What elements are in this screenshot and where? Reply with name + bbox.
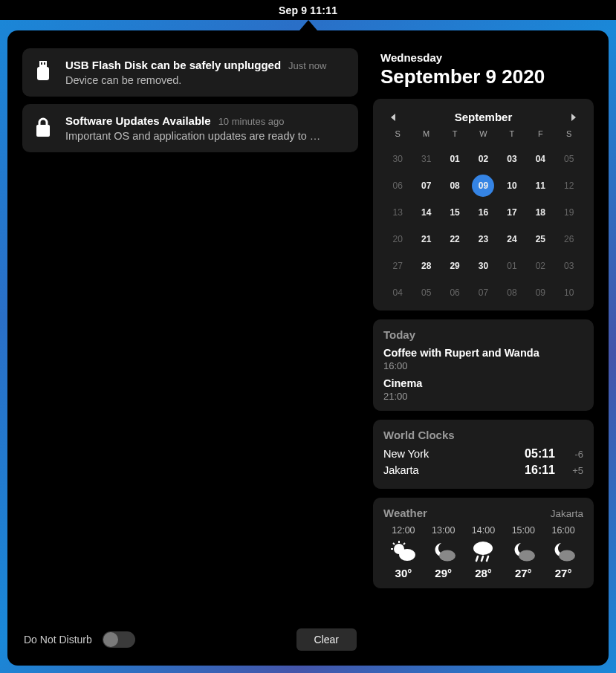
calendar-day[interactable]: 05	[412, 284, 440, 302]
world-clock-row: Jakarta16:11+5	[383, 464, 583, 477]
calendar-day[interactable]: 11	[526, 177, 554, 195]
date-heading: Wednesday September 9 2020	[373, 48, 594, 90]
calendar-day[interactable]: 09	[469, 177, 497, 195]
calendar-day[interactable]: 06	[383, 177, 412, 195]
clear-button[interactable]: Clear	[296, 628, 357, 651]
agenda-item-time: 21:00	[383, 391, 583, 402]
notification-time: 10 minutes ago	[218, 116, 285, 127]
weather-title: Weather	[383, 507, 427, 519]
calendar-day[interactable]: 21	[412, 230, 440, 248]
calendar-day[interactable]: 26	[555, 230, 583, 248]
calendar-day[interactable]: 09	[526, 284, 554, 302]
calendar-dow: S	[383, 129, 412, 141]
rain-icon	[470, 540, 496, 562]
calendar-day[interactable]: 19	[555, 204, 583, 221]
calendar-day[interactable]: 10	[555, 284, 583, 302]
calendar-day[interactable]: 30	[383, 150, 412, 168]
svg-line-13	[476, 556, 478, 561]
agenda-item-title: Coffee with Rupert and Wanda	[383, 347, 583, 359]
moon-cloud-icon	[431, 540, 456, 562]
calendar-day[interactable]: 25	[526, 230, 554, 248]
notification-time: Just now	[288, 60, 326, 71]
calendar-day[interactable]: 23	[469, 230, 497, 248]
weekday-label: Wednesday	[380, 51, 594, 64]
clock-city: New York	[383, 448, 525, 460]
calendar-dow: F	[526, 129, 554, 141]
toggle-knob-icon	[103, 632, 118, 647]
agenda-title: Today	[383, 328, 583, 341]
weather-hour: 13:0029°	[424, 525, 464, 579]
calendar-day[interactable]: 03	[555, 257, 583, 275]
weather-temp: 30°	[395, 567, 412, 579]
topbar-pointer-icon	[299, 20, 317, 30]
calendar-day[interactable]: 14	[412, 204, 440, 221]
notification-footer: Do Not Disturb Clear	[22, 628, 358, 651]
notification-message: Important OS and application updates are…	[65, 130, 346, 142]
calendar-column: Wednesday September 9 2020 September SMT…	[373, 48, 594, 651]
topbar-clock[interactable]: Sep 9 11:11	[279, 4, 337, 16]
calendar-day[interactable]: 08	[498, 284, 526, 302]
calendar-day[interactable]: 07	[469, 284, 497, 302]
weather-time: 12:00	[392, 525, 415, 536]
calendar-day[interactable]: 08	[441, 177, 469, 195]
calendar-day[interactable]: 17	[498, 204, 526, 221]
calendar-day[interactable]: 28	[412, 257, 440, 275]
calendar-day[interactable]: 16	[469, 204, 497, 221]
calendar-day[interactable]: 12	[555, 177, 583, 195]
svg-point-12	[473, 542, 493, 555]
calendar-day[interactable]: 15	[441, 204, 469, 221]
calendar-day[interactable]: 04	[383, 284, 412, 302]
calendar-day[interactable]: 22	[441, 230, 469, 248]
weather-hour: 16:0027°	[543, 525, 583, 579]
agenda-card[interactable]: Today Coffee with Rupert and Wanda16:00C…	[373, 319, 594, 411]
dnd-label: Do Not Disturb	[24, 634, 92, 646]
weather-card[interactable]: Weather Jakarta 12:0030°13:0029°14:0028°…	[373, 498, 594, 588]
calendar-day[interactable]: 03	[498, 150, 526, 168]
svg-rect-4	[36, 125, 50, 137]
calendar-day[interactable]: 13	[383, 204, 412, 221]
svg-point-11	[439, 550, 455, 562]
calendar-dow: W	[469, 129, 497, 141]
calendar-day[interactable]: 30	[469, 257, 497, 275]
weather-time: 14:00	[472, 525, 495, 536]
calendar-month-label: September	[455, 111, 513, 123]
calendar-day[interactable]: 04	[526, 150, 554, 168]
world-clocks-card[interactable]: World Clocks New York05:11-6Jakarta16:11…	[373, 420, 594, 489]
moon-cloud-icon	[510, 540, 536, 562]
svg-line-9	[403, 543, 405, 544]
clock-time: 16:11	[525, 464, 555, 477]
calendar-day[interactable]: 10	[498, 177, 526, 195]
calendar-day[interactable]: 05	[555, 150, 583, 168]
calendar-day[interactable]: 24	[498, 230, 526, 248]
sun-cloud-icon	[391, 540, 416, 562]
svg-rect-3	[37, 67, 49, 80]
calendar-day[interactable]: 27	[383, 257, 412, 275]
calendar-day[interactable]: 31	[412, 150, 440, 168]
calendar-dow: S	[555, 129, 583, 141]
dnd-toggle[interactable]	[103, 631, 135, 648]
notification-item[interactable]: USB Flash Disk can be safely unplugged J…	[22, 48, 358, 97]
prev-month-button[interactable]	[388, 112, 398, 123]
notification-item[interactable]: Software Updates Available 10 minutes ag…	[22, 104, 358, 152]
calendar-day[interactable]: 01	[498, 257, 526, 275]
calendar-day[interactable]: 07	[412, 177, 440, 195]
svg-point-10	[399, 549, 415, 561]
calendar-dow: T	[441, 129, 469, 141]
weather-temp: 28°	[475, 567, 492, 579]
full-date-label: September 9 2020	[380, 65, 594, 88]
calendar-day[interactable]: 18	[526, 204, 554, 221]
calendar-day[interactable]: 01	[441, 150, 469, 168]
agenda-item[interactable]: Cinema21:00	[383, 377, 583, 402]
calendar-day[interactable]: 02	[469, 150, 497, 168]
calendar-day[interactable]: 20	[383, 230, 412, 248]
calendar-card: September SMTWTFS30310102030405060708091…	[373, 99, 594, 311]
agenda-item[interactable]: Coffee with Rupert and Wanda16:00	[383, 347, 583, 371]
weather-temp: 29°	[435, 567, 452, 579]
calendar-day[interactable]: 02	[526, 257, 554, 275]
next-month-button[interactable]	[568, 112, 579, 123]
notification-column: USB Flash Disk can be safely unplugged J…	[22, 48, 358, 651]
calendar-day[interactable]: 06	[441, 284, 469, 302]
usb-icon	[33, 60, 54, 84]
calendar-day[interactable]: 29	[441, 257, 469, 275]
clock-offset: +5	[562, 465, 583, 476]
